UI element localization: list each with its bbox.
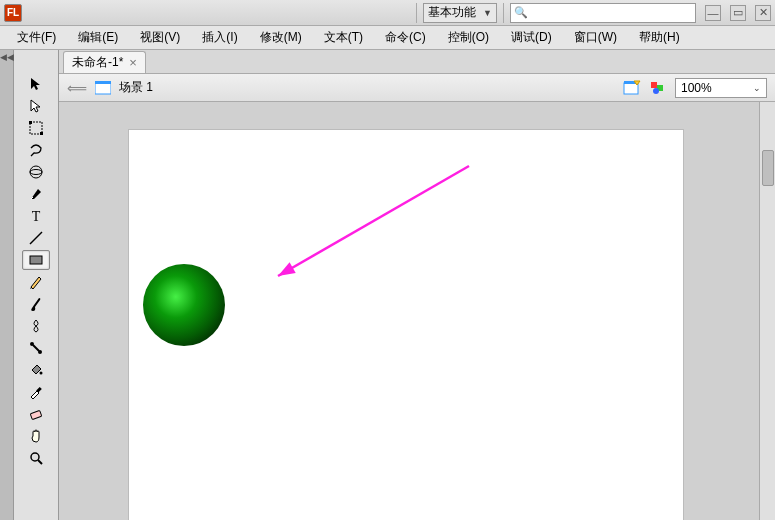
menu-item[interactable]: 插入(I) xyxy=(191,26,248,49)
minimize-button[interactable]: — xyxy=(705,5,721,21)
search-input[interactable] xyxy=(531,5,692,21)
svg-line-7 xyxy=(278,166,469,276)
annotation-arrow xyxy=(266,154,481,288)
vertical-divider xyxy=(503,3,504,23)
scene-label: 场景 1 xyxy=(119,79,153,96)
svg-rect-0 xyxy=(95,83,111,94)
stage-wrap xyxy=(59,102,775,520)
deco-tool[interactable] xyxy=(22,316,50,336)
svg-marker-8 xyxy=(278,262,296,276)
lasso-tool[interactable] xyxy=(22,140,50,160)
text-tool[interactable] xyxy=(22,206,50,226)
zoom-value: 100% xyxy=(681,81,712,95)
svg-point-6 xyxy=(653,88,659,94)
chevron-down-icon: ▼ xyxy=(483,8,492,18)
pencil-tool[interactable] xyxy=(22,272,50,292)
menu-bar: 文件(F)编辑(E)视图(V)插入(I)修改(M)文本(T)命令(C)控制(O)… xyxy=(0,26,775,50)
zoom-tool[interactable] xyxy=(22,448,50,468)
search-field[interactable]: 🔍 xyxy=(510,3,696,23)
document-tab[interactable]: 未命名-1* × xyxy=(63,51,146,73)
vertical-scrollbar[interactable] xyxy=(759,102,775,520)
menu-item[interactable]: 文本(T) xyxy=(313,26,374,49)
subselection-tool[interactable] xyxy=(22,96,50,116)
edit-scene-icon[interactable] xyxy=(623,80,641,96)
menu-item[interactable]: 命令(C) xyxy=(374,26,437,49)
stage-viewport[interactable] xyxy=(59,102,759,520)
chevron-down-icon: ⌄ xyxy=(753,83,761,93)
brush-tool[interactable] xyxy=(22,294,50,314)
panel-collapse-tab[interactable]: ◀◀ xyxy=(0,50,14,520)
free-transform-tool[interactable] xyxy=(22,118,50,138)
svg-rect-1 xyxy=(95,81,111,84)
close-button[interactable]: ✕ xyxy=(755,5,771,21)
scene-bar: ⟸ 场景 1 100% ⌄ xyxy=(59,74,775,102)
rectangle-tool[interactable] xyxy=(22,250,50,270)
menu-item[interactable]: 窗口(W) xyxy=(563,26,628,49)
menu-item[interactable]: 修改(M) xyxy=(249,26,313,49)
main-area: 未命名-1* × ⟸ 场景 1 100% xyxy=(59,50,775,520)
stage[interactable] xyxy=(129,130,683,520)
3d-rotation-tool[interactable] xyxy=(22,162,50,182)
line-tool[interactable] xyxy=(22,228,50,248)
svg-rect-2 xyxy=(624,83,638,94)
menu-item[interactable]: 调试(D) xyxy=(500,26,563,49)
paint-bucket-tool[interactable] xyxy=(22,360,50,380)
eyedropper-tool[interactable] xyxy=(22,382,50,402)
workspace-selector[interactable]: 基本功能 ▼ xyxy=(423,3,497,23)
bone-tool[interactable] xyxy=(22,338,50,358)
search-icon: 🔍 xyxy=(514,6,528,19)
menu-item[interactable]: 控制(O) xyxy=(437,26,500,49)
gradient-sphere[interactable] xyxy=(143,264,225,346)
menu-item[interactable]: 文件(F) xyxy=(6,26,67,49)
scene-icon xyxy=(95,81,111,95)
hand-tool[interactable] xyxy=(22,426,50,446)
close-icon[interactable]: × xyxy=(129,55,137,70)
edit-symbols-icon[interactable] xyxy=(649,80,667,96)
document-tab-bar: 未命名-1* × xyxy=(59,50,775,74)
tools-panel xyxy=(14,50,59,520)
menu-item[interactable]: 视图(V) xyxy=(129,26,191,49)
document-tab-label: 未命名-1* xyxy=(72,54,123,71)
workspace-label: 基本功能 xyxy=(428,4,476,21)
menu-item[interactable]: 帮助(H) xyxy=(628,26,691,49)
title-bar: FL 基本功能 ▼ 🔍 — ▭ ✕ xyxy=(0,0,775,26)
scrollbar-thumb[interactable] xyxy=(762,150,774,186)
app-logo: FL xyxy=(4,4,22,22)
zoom-selector[interactable]: 100% ⌄ xyxy=(675,78,767,98)
maximize-button[interactable]: ▭ xyxy=(730,5,746,21)
pen-tool[interactable] xyxy=(22,184,50,204)
selection-tool[interactable] xyxy=(22,74,50,94)
back-arrow-icon[interactable]: ⟸ xyxy=(67,80,87,96)
svg-rect-4 xyxy=(651,82,657,88)
eraser-tool[interactable] xyxy=(22,404,50,424)
vertical-divider xyxy=(416,3,417,23)
menu-item[interactable]: 编辑(E) xyxy=(67,26,129,49)
